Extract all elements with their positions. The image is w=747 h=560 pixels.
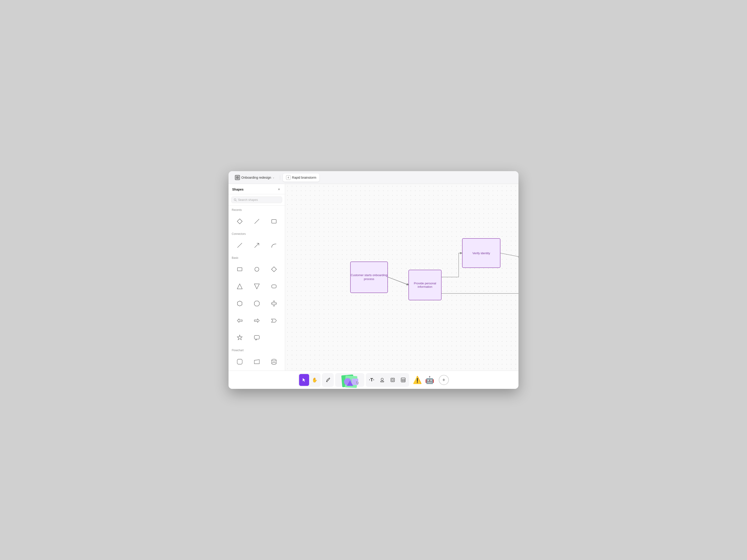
select-tool-button[interactable] [299, 374, 309, 386]
page-tab[interactable]: 4 Rapid brainstorm [283, 174, 319, 182]
recent-rect[interactable] [265, 213, 282, 230]
robot-sticker-icon: 🤖 [425, 376, 434, 384]
flowchart-grid [231, 353, 282, 371]
sticker-robot-button[interactable]: 🤖 [424, 374, 436, 386]
text-icon: ·T· [369, 377, 374, 382]
svg-line-7 [255, 219, 259, 224]
svg-line-9 [237, 243, 242, 248]
search-container [229, 194, 285, 206]
connectors-section: Connectors [229, 232, 285, 255]
flowchart-process[interactable] [231, 353, 248, 370]
svg-point-24 [272, 363, 276, 365]
node-verify-identity[interactable]: Verify identity [462, 238, 500, 268]
svg-rect-84 [391, 378, 394, 382]
pointer-tools-group: ✋ [298, 373, 320, 387]
chevron-down-icon: ⌄ [273, 176, 275, 179]
sticker-warning-button[interactable]: ⚠️ [411, 374, 423, 386]
project-tab[interactable]: Onboarding redesign ⌄ [232, 174, 277, 181]
frame-tool-button[interactable] [388, 374, 398, 386]
frame-icon [390, 377, 395, 382]
svg-marker-6 [237, 219, 242, 224]
basic-diamond[interactable] [265, 261, 282, 277]
svg-line-78 [388, 277, 409, 285]
basic-cross[interactable] [265, 295, 282, 312]
basic-chat-bubble[interactable] [249, 329, 265, 346]
basic-rect[interactable] [231, 261, 248, 277]
svg-marker-13 [272, 267, 277, 272]
table-icon [401, 377, 406, 382]
basic-left-arrow[interactable] [231, 312, 248, 329]
basic-circle[interactable] [249, 261, 265, 277]
svg-point-21 [272, 359, 276, 361]
flowchart-cylinder[interactable] [265, 353, 282, 370]
basic-rounded-rect[interactable] [265, 278, 282, 295]
page-tab-number: 4 [286, 175, 291, 180]
plus-icon: + [442, 377, 445, 383]
search-input[interactable] [238, 198, 280, 202]
flowchart-label: Flowchart [231, 349, 282, 352]
basic-star[interactable] [231, 329, 248, 346]
connector-curved[interactable] [265, 237, 282, 254]
svg-line-80 [327, 381, 327, 382]
page-tab-label: Rapid brainstorm [292, 176, 316, 179]
recents-label: Recents [231, 208, 282, 212]
stamp-icon [380, 377, 385, 382]
svg-line-5 [236, 201, 236, 201]
flowchart-section: Flowchart [229, 348, 285, 371]
node-provide-info[interactable]: Provide personal information [408, 270, 441, 300]
hand-icon: ✋ [312, 377, 317, 383]
svg-rect-0 [236, 176, 237, 177]
pen-tool-button[interactable] [323, 374, 333, 386]
pen-icon [325, 377, 330, 382]
basic-grid [231, 261, 282, 346]
svg-rect-20 [254, 336, 259, 339]
stamp-tool-button[interactable] [377, 374, 387, 386]
hand-tool-button[interactable]: ✋ [310, 374, 319, 386]
basic-triangle[interactable] [231, 278, 248, 295]
basic-section: Basic [229, 255, 285, 348]
node-provide-label: Provide personal information [409, 282, 441, 289]
flowchart-manual-input[interactable] [249, 353, 265, 370]
close-shapes-panel-button[interactable]: × [277, 187, 281, 192]
connector-arrow[interactable] [249, 237, 265, 254]
text-tool-button[interactable]: ·T· [367, 374, 377, 386]
svg-rect-82 [381, 381, 384, 382]
recents-section: Recents [229, 208, 285, 232]
basic-down-triangle[interactable] [249, 278, 265, 295]
svg-rect-86 [401, 378, 405, 382]
basic-right-arrow[interactable] [249, 312, 265, 329]
connector-svg [285, 184, 518, 371]
recents-grid [231, 213, 282, 230]
table-tool-button[interactable] [398, 374, 408, 386]
svg-rect-2 [236, 178, 237, 179]
project-icon [235, 175, 240, 180]
svg-line-10 [255, 243, 259, 248]
rotate-icon: ↻ [356, 380, 359, 385]
add-more-button[interactable]: + [439, 375, 449, 385]
svg-rect-1 [238, 176, 239, 177]
svg-line-77 [388, 277, 408, 285]
connector-straight[interactable] [231, 237, 248, 254]
basic-hexagon[interactable] [231, 295, 248, 312]
connectors-grid [231, 237, 282, 254]
shapes-palette-button[interactable]: ↻ [336, 374, 363, 386]
purple-triangle-shape [347, 380, 353, 386]
svg-point-12 [255, 267, 259, 271]
basic-chevron[interactable] [265, 312, 282, 329]
node-customer-label: Customer starts onboarding process [351, 273, 387, 281]
shapes-tools-group: ↻ [335, 373, 364, 387]
basic-octagon[interactable] [249, 295, 265, 312]
tab-divider [280, 175, 280, 180]
diagram-canvas[interactable]: Customer starts onboarding process Provi… [285, 184, 518, 371]
svg-line-79 [500, 253, 518, 257]
shapes-panel-header: Shapes × [229, 184, 285, 194]
cursor-icon [302, 378, 306, 382]
header: Onboarding redesign ⌄ 4 Rapid brainstorm [229, 171, 518, 184]
recent-line[interactable] [249, 213, 265, 230]
recent-diamond[interactable] [231, 213, 248, 230]
shapes-panel: Shapes × Recents [229, 184, 285, 371]
svg-rect-85 [392, 379, 393, 381]
node-customer-starts[interactable]: Customer starts onboarding process [350, 262, 388, 293]
search-icon [234, 198, 237, 202]
app-window: Onboarding redesign ⌄ 4 Rapid brainstorm… [229, 171, 518, 389]
